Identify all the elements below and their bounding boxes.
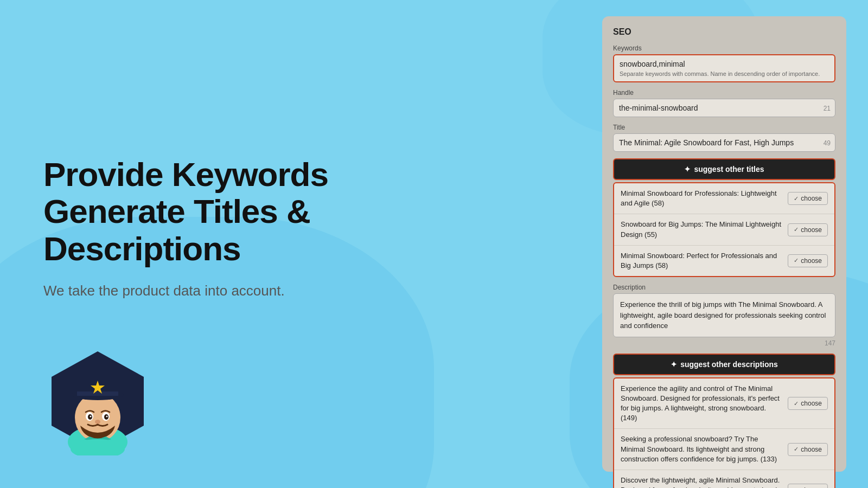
description-label: Description <box>613 284 835 291</box>
suggest-titles-button[interactable]: ✦ suggest other titles <box>613 158 835 180</box>
title-suggestion-3-text: Minimal Snowboard: Perfect for Professio… <box>621 251 788 271</box>
title-suggestion-1-text: Minimal Snowboard for Professionals: Lig… <box>621 189 788 208</box>
suggest-descriptions-label: suggest other descriptions <box>680 360 778 369</box>
subheadline: We take the product data into account. <box>43 282 537 299</box>
svg-point-14 <box>95 420 100 424</box>
desc-choose-button-1[interactable]: ✓ choose <box>788 397 828 410</box>
handle-label: Handle <box>613 89 835 97</box>
title-choose-button-1[interactable]: ✓ choose <box>788 192 828 205</box>
checkmark-icon-3: ✓ <box>794 257 799 264</box>
keywords-label: Keywords <box>613 44 835 52</box>
desc-checkmark-icon-2: ✓ <box>794 446 799 453</box>
svg-point-12 <box>90 416 92 418</box>
choose-label-3: choose <box>801 257 822 265</box>
right-panel: SEO Keywords snowboard,minimal Separate … <box>580 0 868 488</box>
title-count: 49 <box>824 139 831 147</box>
handle-count: 21 <box>824 105 831 112</box>
handle-value: the-minimal-snowboard <box>619 104 815 112</box>
description-suggestions-container: Experience the agility and control of Th… <box>613 377 835 488</box>
seo-card: SEO Keywords snowboard,minimal Separate … <box>602 16 846 472</box>
keywords-field-group: Keywords snowboard,minimal Separate keyw… <box>613 44 835 82</box>
title-suggestion-2-text: Snowboard for Big Jumps: The Minimal Lig… <box>621 220 788 239</box>
checkmark-icon-2: ✓ <box>794 226 799 233</box>
title-value: The Minimal: Agile Snowboard for Fast, H… <box>619 138 815 147</box>
suggest-descriptions-button[interactable]: ✦ suggest other descriptions <box>613 354 835 375</box>
title-suggestion-2[interactable]: Snowboard for Big Jumps: The Minimal Lig… <box>614 214 834 245</box>
keywords-value: snowboard,minimal <box>620 60 829 68</box>
desc-suggestion-3-text: Discover the lightweight, agile Minimal … <box>621 476 788 488</box>
sparkle-desc-icon: ✦ <box>671 360 677 369</box>
mascot-container <box>43 347 152 455</box>
suggest-titles-label: suggest other titles <box>694 165 764 174</box>
left-panel: Provide KeywordsGenerate Titles &Descrip… <box>0 0 580 488</box>
seo-card-title: SEO <box>613 27 835 37</box>
choose-label-1: choose <box>801 195 822 202</box>
desc-suggestion-3[interactable]: Discover the lightweight, agile Minimal … <box>614 470 834 488</box>
title-label: Title <box>613 124 835 131</box>
mascot-illustration <box>43 347 152 455</box>
desc-choose-button-2[interactable]: ✓ choose <box>788 443 828 456</box>
keywords-input-wrapper[interactable]: snowboard,minimal Separate keywords with… <box>613 54 835 82</box>
description-value: Experience the thrill of big jumps with … <box>620 300 826 330</box>
checkmark-icon-1: ✓ <box>794 195 799 202</box>
title-input-wrapper[interactable]: The Minimal: Agile Snowboard for Fast, H… <box>613 133 835 152</box>
title-suggestions-container: Minimal Snowboard for Professionals: Lig… <box>613 182 835 277</box>
choose-label-2: choose <box>801 226 822 234</box>
desc-suggestion-1-text: Experience the agility and control of Th… <box>621 384 788 423</box>
desc-suggestion-2[interactable]: Seeking a professional snowboard? Try Th… <box>614 429 834 470</box>
title-suggestion-3[interactable]: Minimal Snowboard: Perfect for Professio… <box>614 246 834 276</box>
sparkle-icon: ✦ <box>684 165 691 174</box>
desc-choose-label-2: choose <box>801 446 822 453</box>
description-input[interactable]: Experience the thrill of big jumps with … <box>613 293 835 337</box>
title-choose-button-3[interactable]: ✓ choose <box>788 254 828 267</box>
desc-suggestion-2-text: Seeking a professional snowboard? Try Th… <box>621 434 788 464</box>
keywords-hint: Separate keywords with commas. Name in d… <box>620 70 829 77</box>
svg-point-13 <box>106 416 108 418</box>
desc-suggestion-1[interactable]: Experience the agility and control of Th… <box>614 378 834 429</box>
handle-input-wrapper[interactable]: the-minimal-snowboard 21 <box>613 99 835 117</box>
description-field-group: Description Experience the thrill of big… <box>613 284 835 347</box>
svg-rect-6 <box>77 391 118 396</box>
headline: Provide KeywordsGenerate Titles &Descrip… <box>43 156 537 267</box>
desc-checkmark-icon-1: ✓ <box>794 400 799 407</box>
title-field-group: Title The Minimal: Agile Snowboard for F… <box>613 124 835 152</box>
desc-choose-button-3[interactable]: ✓ choose <box>788 484 828 488</box>
desc-choose-label-1: choose <box>801 400 822 407</box>
description-count: 147 <box>613 339 835 347</box>
title-suggestion-1[interactable]: Minimal Snowboard for Professionals: Lig… <box>614 183 834 214</box>
title-choose-button-2[interactable]: ✓ choose <box>788 223 828 236</box>
handle-field-group: Handle the-minimal-snowboard 21 <box>613 89 835 117</box>
